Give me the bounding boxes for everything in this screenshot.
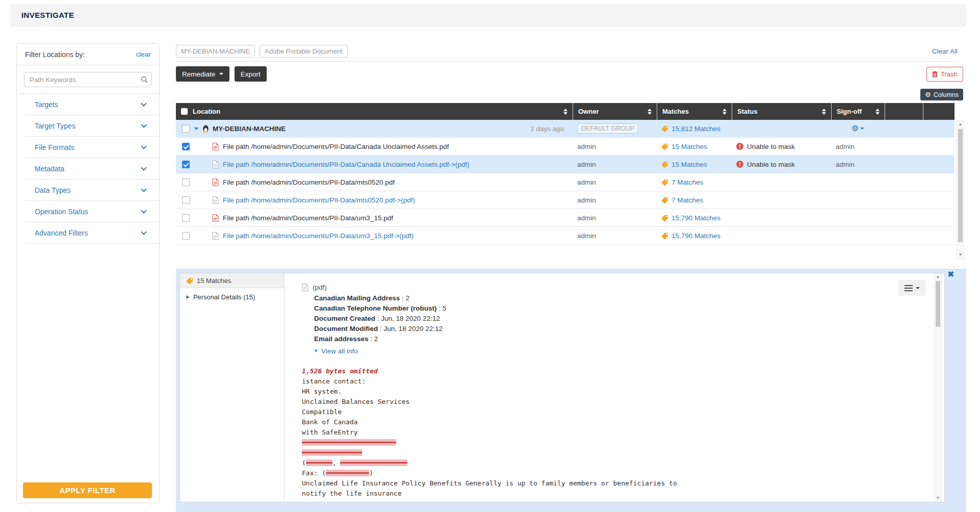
- row-checkbox[interactable]: [182, 196, 190, 204]
- table-row[interactable]: File path /home/admin/Documents/PII-Data…: [176, 156, 955, 173]
- matches-link[interactable]: 7 Matches: [672, 196, 703, 204]
- table-row[interactable]: File path /home/admin/Documents/PII-Data…: [176, 227, 955, 245]
- filter-section-targets[interactable]: Targets: [17, 94, 159, 115]
- metadata-line: Email addresses : 2: [314, 334, 914, 344]
- filter-clear-link[interactable]: clear: [136, 50, 151, 58]
- scrollbar-thumb[interactable]: [936, 281, 940, 327]
- matches-link[interactable]: 15,812 Matches: [672, 125, 720, 133]
- row-actions-gear-icon[interactable]: ⚙: [852, 124, 864, 133]
- target-name[interactable]: MY-DEBIAN-MACHINE: [213, 125, 286, 133]
- table-row[interactable]: File path /home/admin/Documents/PII-Data…: [176, 209, 955, 227]
- error-icon: !: [736, 161, 743, 168]
- content-line: Bank of Canada: [302, 417, 914, 427]
- row-checkbox[interactable]: [182, 125, 190, 133]
- column-header-status[interactable]: Status: [732, 103, 831, 120]
- file-path[interactable]: File path /home/admin/Documents/PII-Data…: [223, 232, 414, 240]
- select-all-checkbox[interactable]: [181, 108, 188, 115]
- linux-target-icon: [202, 124, 209, 133]
- tree-item-personal-details[interactable]: ▶ Personal Details (15): [180, 288, 284, 306]
- sort-icon[interactable]: [563, 109, 568, 115]
- file-path[interactable]: File path /home/admin/Documents/PII-Data…: [223, 143, 449, 150]
- last-scan-age: 2 days ago: [530, 125, 564, 133]
- owner-value: admin: [577, 178, 596, 186]
- table-group-row[interactable]: MY-DEBIAN-MACHINE 2 days ago DEFAULT GRO…: [176, 120, 955, 138]
- row-checkbox[interactable]: [182, 161, 190, 168]
- filter-chip[interactable]: Adobe Portable Document: [260, 45, 347, 58]
- match-tag-icon: [661, 125, 668, 132]
- filter-chip-label: MY-DEBIAN-MACHINE: [181, 47, 250, 55]
- row-checkbox[interactable]: [182, 232, 190, 240]
- path-keywords-search: [24, 72, 152, 87]
- remediate-label: Remediate: [182, 70, 215, 78]
- matches-link[interactable]: 15,790 Matches: [672, 232, 720, 240]
- row-checkbox[interactable]: [182, 214, 190, 222]
- table-row[interactable]: File path /home/admin/Documents/PII-Data…: [176, 173, 955, 191]
- match-tree: 15 Matches ▶ Personal Details (15): [180, 273, 285, 502]
- filter-section-advanced-filters[interactable]: Advanced Filters: [17, 222, 159, 243]
- scrollbar-thumb[interactable]: [958, 129, 963, 242]
- file-path[interactable]: File path /home/admin/Documents/PII-Data…: [223, 214, 393, 222]
- column-header-signoff[interactable]: Sign-off: [831, 103, 885, 120]
- filter-section-file-formats[interactable]: File Formats: [17, 137, 159, 158]
- scroll-up-arrow[interactable]: ▲: [957, 121, 964, 127]
- columns-label: Columns: [934, 91, 959, 98]
- scroll-down-arrow[interactable]: ▼: [957, 252, 964, 258]
- expand-triangle-icon[interactable]: ▶: [186, 295, 190, 299]
- trash-label: Trash: [941, 70, 958, 78]
- sort-icon[interactable]: [648, 109, 652, 115]
- table-row[interactable]: File path /home/admin/Documents/PII-Data…: [176, 191, 955, 209]
- clear-all-link[interactable]: Clear All: [932, 47, 958, 55]
- preview-scrollbar[interactable]: ▲ ▼: [934, 273, 942, 502]
- matches-link[interactable]: 15 Matches: [672, 161, 707, 168]
- table-header: Location Owner Matches Status Sign-off: [176, 103, 955, 120]
- match-preview: (pdf) Canadian Mailing Address : 2Canadi…: [285, 273, 944, 502]
- scroll-up-arrow[interactable]: ▲: [935, 274, 941, 280]
- preview-menu-button[interactable]: [898, 280, 925, 296]
- status-label: Unable to mask: [747, 161, 795, 168]
- sort-icon[interactable]: [822, 109, 826, 115]
- document-icon: [302, 284, 308, 291]
- chevron-down-icon: [141, 143, 146, 149]
- row-checkbox[interactable]: [182, 143, 190, 150]
- table-row[interactable]: File path /home/admin/Documents/PII-Data…: [176, 138, 955, 156]
- close-icon[interactable]: ✖: [947, 270, 954, 278]
- filter-section-data-types[interactable]: Data Types: [17, 180, 159, 200]
- file-path[interactable]: File path /home/admin/Documents/PII-Data…: [223, 178, 395, 186]
- filter-chip[interactable]: MY-DEBIAN-MACHINE: [176, 45, 255, 58]
- filter-section-operation-status[interactable]: Operation Status: [17, 201, 159, 222]
- apply-filter-button[interactable]: APPLY FILTER: [23, 482, 152, 498]
- file-icon: [212, 214, 219, 222]
- metadata-line: Document Modified : Jun, 18 2020 22:12: [314, 324, 914, 334]
- column-header-owner[interactable]: Owner: [573, 103, 657, 120]
- file-path[interactable]: File path /home/admin/Documents/PII-Data…: [223, 161, 470, 168]
- sort-icon[interactable]: [723, 109, 727, 115]
- content-line: 1,526 bytes omitted: [302, 366, 914, 376]
- remediate-button[interactable]: Remediate: [176, 66, 229, 82]
- trash-button[interactable]: Trash: [926, 67, 963, 82]
- redacted-text: [326, 470, 369, 476]
- file-path[interactable]: File path /home/admin/Documents/PII-Data…: [223, 196, 415, 204]
- table-scrollbar[interactable]: ▲ ▼: [957, 120, 964, 259]
- redacted-text: [302, 449, 362, 456]
- column-header-matches[interactable]: Matches: [657, 103, 732, 120]
- expand-caret-icon[interactable]: [194, 127, 198, 130]
- row-checkbox[interactable]: [182, 178, 190, 186]
- filter-panel-header: Filter Locations by: clear: [17, 44, 159, 65]
- table-rows: File path /home/admin/Documents/PII-Data…: [176, 138, 955, 245]
- columns-button[interactable]: ⚙ Columns: [920, 89, 963, 100]
- sort-icon[interactable]: [875, 109, 880, 115]
- export-button[interactable]: Export: [235, 66, 267, 82]
- scroll-down-arrow[interactable]: ▼: [935, 495, 941, 501]
- matches-link[interactable]: 15,790 Matches: [672, 214, 720, 222]
- filter-section-target-types[interactable]: Target Types: [17, 115, 159, 136]
- column-header-location[interactable]: Location: [176, 103, 573, 120]
- filter-section-label: Target Types: [35, 122, 75, 130]
- path-keywords-input[interactable]: [24, 72, 152, 87]
- column-label: Location: [193, 108, 220, 115]
- matches-link[interactable]: 15 Matches: [672, 143, 707, 150]
- filter-section-metadata[interactable]: Metadata: [17, 158, 159, 179]
- view-all-info-link[interactable]: ▼ View all info: [314, 347, 914, 355]
- matches-link[interactable]: 7 Matches: [672, 178, 703, 186]
- match-count-header: 15 Matches: [180, 273, 284, 288]
- column-label: Owner: [578, 108, 599, 115]
